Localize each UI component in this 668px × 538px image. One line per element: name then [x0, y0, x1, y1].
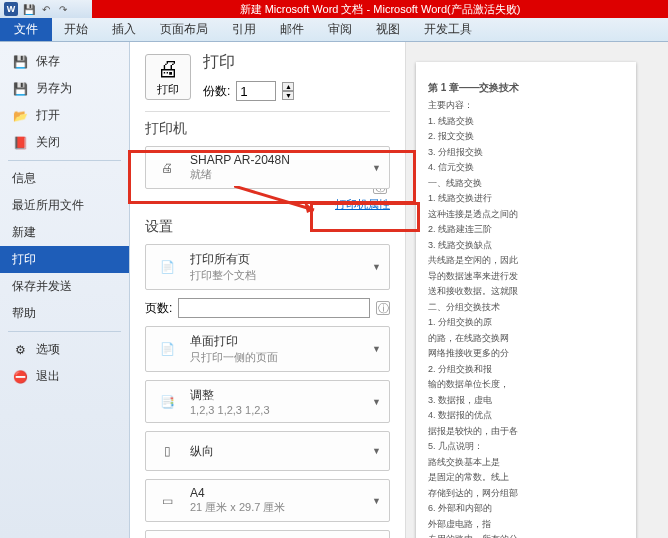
backstage-sidebar: 💾保存 💾另存为 📂打开 📕关闭 信息 最近所用文件 新建 打印 保存并发送 帮…: [0, 42, 130, 538]
print-button[interactable]: 🖨 打印: [145, 54, 191, 100]
print-title: 打印: [203, 52, 294, 73]
sidebar-info[interactable]: 信息: [0, 165, 129, 192]
chevron-down-icon: ▼: [372, 446, 381, 456]
print-preview: 第 1 章——交换技术 主要内容：1. 线路交换2. 报文交换3. 分组报交换4…: [405, 42, 668, 538]
redo-icon[interactable]: ↷: [56, 2, 70, 16]
sidebar-save[interactable]: 💾保存: [0, 48, 129, 75]
tab-mailings[interactable]: 邮件: [268, 18, 316, 41]
chevron-down-icon: ▼: [372, 262, 381, 272]
document-icon: 📄: [154, 254, 180, 280]
page-icon: 📄: [154, 336, 180, 362]
orientation[interactable]: ▯ 纵向 ▼: [145, 431, 390, 471]
pages-label: 页数:: [145, 300, 172, 317]
one-sided[interactable]: 📄 单面打印只打印一侧的页面 ▼: [145, 326, 390, 372]
open-icon: 📂: [12, 108, 28, 124]
sidebar-print[interactable]: 打印: [0, 246, 129, 273]
printer-section-title: 打印机: [145, 120, 390, 138]
word-icon: W: [4, 2, 18, 16]
sidebar-new[interactable]: 新建: [0, 219, 129, 246]
chevron-down-icon: ▼: [372, 496, 381, 506]
sidebar-exit[interactable]: ⛔退出: [0, 363, 129, 390]
collate-icon: 📑: [154, 389, 180, 415]
paper-icon: ▭: [154, 488, 180, 514]
sidebar-recent[interactable]: 最近所用文件: [0, 192, 129, 219]
undo-icon[interactable]: ↶: [39, 2, 53, 16]
tab-review[interactable]: 审阅: [316, 18, 364, 41]
info-icon[interactable]: ⓘ: [376, 301, 390, 315]
ribbon: 文件 开始 插入 页面布局 引用 邮件 审阅 视图 开发工具: [0, 18, 668, 42]
sidebar-open[interactable]: 📂打开: [0, 102, 129, 129]
print-range[interactable]: 📄 打印所有页打印整个文档 ▼: [145, 244, 390, 290]
window-title: 新建 Microsoft Word 文档 - Microsoft Word(产品…: [92, 0, 668, 18]
chevron-down-icon: ▼: [372, 397, 381, 407]
save-icon[interactable]: 💾: [22, 2, 36, 16]
saveas-icon: 💾: [12, 81, 28, 97]
save-icon: 💾: [12, 54, 28, 70]
sidebar-close[interactable]: 📕关闭: [0, 129, 129, 156]
copies-spinner[interactable]: ▲▼: [282, 82, 294, 100]
copies-input[interactable]: [236, 81, 276, 101]
printer-icon: 🖨: [157, 56, 179, 82]
collate[interactable]: 📑 调整1,2,3 1,2,3 1,2,3 ▼: [145, 380, 390, 423]
quick-access-toolbar: 💾 ↶ ↷: [22, 2, 70, 16]
exit-icon: ⛔: [12, 369, 28, 385]
sidebar-saveas[interactable]: 💾另存为: [0, 75, 129, 102]
tab-developer[interactable]: 开发工具: [412, 18, 484, 41]
print-panel: 🖨 打印 打印 份数: ▲▼ 打印机 ⓘ 🖨 SHARP A: [130, 42, 405, 538]
file-tab[interactable]: 文件: [0, 18, 52, 41]
sidebar-help[interactable]: 帮助: [0, 300, 129, 327]
tab-view[interactable]: 视图: [364, 18, 412, 41]
portrait-icon: ▯: [154, 438, 180, 464]
paper-size[interactable]: ▭ A421 厘米 x 29.7 厘米 ▼: [145, 479, 390, 522]
annotation-box-printer: [128, 150, 416, 204]
tab-insert[interactable]: 插入: [100, 18, 148, 41]
tab-home[interactable]: 开始: [52, 18, 100, 41]
chevron-down-icon: ▼: [372, 344, 381, 354]
options-icon: ⚙: [12, 342, 28, 358]
pages-input[interactable]: [178, 298, 370, 318]
sidebar-options[interactable]: ⚙选项: [0, 336, 129, 363]
preview-page: 第 1 章——交换技术 主要内容：1. 线路交换2. 报文交换3. 分组报交换4…: [416, 62, 636, 538]
copies-label: 份数:: [203, 83, 230, 100]
annotation-box-properties: [310, 202, 420, 232]
tab-references[interactable]: 引用: [220, 18, 268, 41]
margins[interactable]: ▦ 自定义边距 ▼: [145, 530, 390, 538]
close-icon: 📕: [12, 135, 28, 151]
tab-layout[interactable]: 页面布局: [148, 18, 220, 41]
sidebar-send[interactable]: 保存并发送: [0, 273, 129, 300]
